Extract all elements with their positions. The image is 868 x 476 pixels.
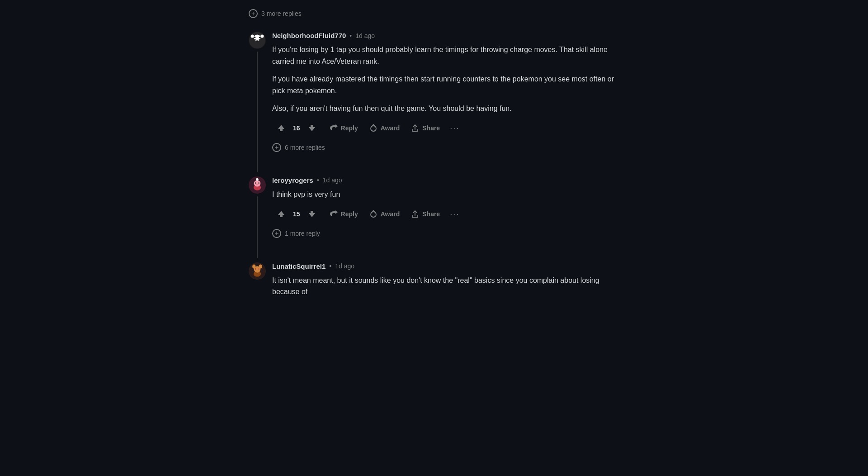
comment-actions: 15 Reply [272,207,619,222]
reply-button[interactable]: Reply [325,207,363,221]
share-button[interactable]: Share [406,207,444,221]
upvote-icon [277,124,286,133]
comment-left-col [249,32,266,172]
circle-plus-icon: + [249,9,258,18]
award-button[interactable]: Award [364,121,405,135]
svg-point-12 [256,183,258,185]
comment-content: leroyyrogers • 1d ago I think pvp is ver… [272,176,619,258]
reply-label: Reply [341,124,358,132]
dots-icon: ··· [450,209,459,219]
svg-point-20 [255,268,256,269]
comment-block: NeighborhoodFluid770 • 1d ago If you're … [249,32,619,172]
upvote-icon [277,209,286,219]
circle-plus-icon: + [272,143,281,152]
svg-point-13 [256,178,258,181]
svg-point-21 [259,268,259,269]
more-replies-label: 1 more reply [285,230,320,237]
top-more-replies-btn[interactable]: + 3 more replies [249,9,619,18]
dots-icon: ··· [450,124,459,133]
downvote-icon [307,209,316,219]
comment-time: 1d ago [335,262,354,270]
comment-paragraph: Also, if you aren't having fun then quit… [272,103,619,114]
page-container: + 3 more replies [231,0,637,327]
comment-block: LunaticSquirrel1 • 1d ago It isn't mean … [249,262,619,313]
comment-block: leroyyrogers • 1d ago I think pvp is ver… [249,176,619,258]
comment-author[interactable]: NeighborhoodFluid770 [272,32,346,39]
comment-body: If you're losing by 1 tap you should pro… [272,44,619,114]
vote-area: 15 [272,207,321,221]
award-label: Award [381,210,400,218]
comment-paragraph: It isn't mean meant, but it sounds like … [272,275,619,298]
comment-left-col [249,262,266,313]
share-icon [410,124,420,133]
more-replies-label: 6 more replies [285,144,325,151]
comment-header: NeighborhoodFluid770 • 1d ago [272,32,619,39]
svg-point-10 [255,182,256,184]
more-options-button[interactable]: ··· [446,207,463,222]
avatar[interactable] [249,176,266,194]
comment-body: It isn't mean meant, but it sounds like … [272,275,619,298]
reply-icon [329,209,338,219]
downvote-icon [307,124,316,133]
svg-point-6 [371,126,376,131]
award-icon [369,209,378,219]
reply-icon [329,124,338,133]
award-icon [369,124,378,133]
share-icon [410,209,420,219]
vote-area: 16 [272,121,321,135]
svg-point-22 [252,264,255,268]
share-label: Share [422,124,440,132]
thread-line-wrapper [257,52,258,172]
comment-paragraph: I think pvp is very fun [272,189,619,200]
circle-plus-icon: + [272,229,281,238]
comment-author[interactable]: leroyyrogers [272,176,313,184]
downvote-button[interactable] [303,207,321,221]
more-replies-btn[interactable]: + 1 more reply [272,227,619,240]
upvote-button[interactable] [272,207,290,221]
svg-point-23 [259,264,262,268]
comment-header: LunaticSquirrel1 • 1d ago [272,262,619,270]
vote-count: 15 [293,210,300,218]
svg-point-2 [254,37,256,38]
upvote-button[interactable] [272,121,290,135]
comment-content: LunaticSquirrel1 • 1d ago It isn't mean … [272,262,619,313]
comment-author[interactable]: LunaticSquirrel1 [272,262,326,270]
comment-header: leroyyrogers • 1d ago [272,176,619,184]
comment-body: I think pvp is very fun [272,189,619,200]
more-options-button[interactable]: ··· [446,121,463,136]
downvote-button[interactable] [303,121,321,135]
award-label: Award [381,124,400,132]
vote-count: 16 [293,124,300,132]
reply-label: Reply [341,210,358,218]
comment-paragraph: If you're losing by 1 tap you should pro… [272,44,619,67]
avatar[interactable] [249,32,266,49]
thread-line [257,196,258,258]
share-button[interactable]: Share [406,121,444,135]
comment-left-col [249,176,266,258]
reply-button[interactable]: Reply [325,121,363,135]
comment-actions: 16 Reply [272,121,619,136]
svg-point-11 [258,182,259,184]
comment-paragraph: If you have already mastered the timings… [272,73,619,96]
svg-point-3 [259,37,261,38]
thread-line-wrapper [257,196,258,258]
svg-point-4 [251,34,254,38]
comment-time: 1d ago [355,32,375,39]
more-replies-btn[interactable]: + 6 more replies [272,141,619,154]
award-button[interactable]: Award [364,207,405,221]
comment-content: NeighborhoodFluid770 • 1d ago If you're … [272,32,619,172]
top-more-replies-label: 3 more replies [261,10,302,17]
thread-line [257,52,258,172]
svg-point-14 [371,212,376,217]
svg-point-5 [260,34,264,38]
comment-time: 1d ago [323,176,342,184]
share-label: Share [422,210,440,218]
avatar[interactable] [249,262,266,280]
